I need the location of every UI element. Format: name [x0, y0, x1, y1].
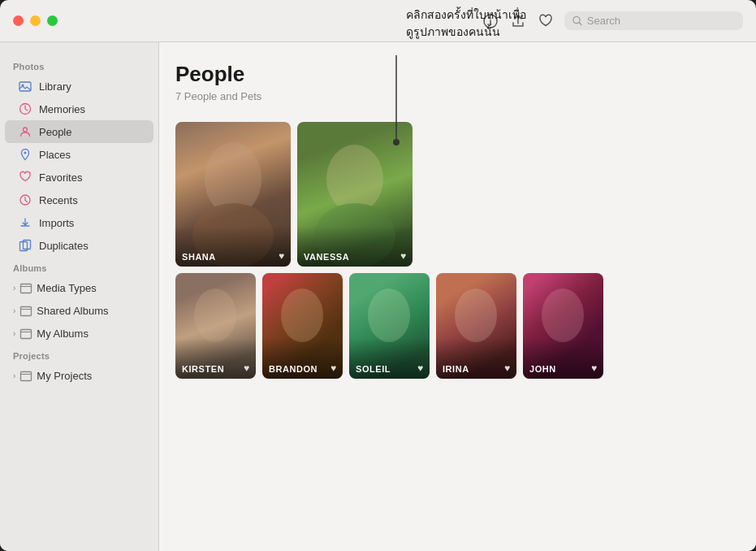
person-card-soleil[interactable]: Soleil ♥	[349, 273, 430, 379]
shared-albums-icon	[19, 303, 33, 318]
favorites-icon	[18, 170, 32, 184]
person-name-shana: SHANA	[182, 252, 216, 262]
media-types-icon	[19, 280, 33, 295]
sidebar-item-imports[interactable]: Imports	[5, 211, 153, 234]
person-name-brandon: Brandon	[269, 364, 318, 374]
title-bar	[0, 0, 756, 42]
my-projects-icon	[19, 368, 33, 383]
svg-point-19	[326, 145, 383, 213]
chevron-icon: ›	[13, 371, 15, 380]
sidebar-group-media-types[interactable]: › Media Types	[5, 276, 153, 299]
person-name-soleil: Soleil	[356, 364, 391, 374]
recents-icon	[18, 193, 32, 207]
person-card-vanessa[interactable]: VANESSA ♥	[297, 122, 413, 267]
sidebar-item-memories-label: Memories	[39, 103, 85, 115]
sidebar-item-places[interactable]: Places	[5, 143, 153, 166]
sidebar-section-albums: Albums	[0, 257, 158, 276]
person-heart-soleil: ♥	[417, 362, 423, 374]
svg-point-8	[24, 128, 28, 132]
person-card-kirsten[interactable]: Kirsten ♥	[175, 273, 256, 379]
sidebar-section-projects: Projects	[0, 345, 158, 364]
svg-rect-16	[21, 372, 32, 381]
share-icon[interactable]	[509, 12, 527, 30]
sidebar-item-memories[interactable]: Memories	[5, 98, 153, 120]
svg-point-21	[194, 289, 236, 342]
page-subtitle: 7 People and Pets	[175, 90, 737, 102]
person-heart-kirsten: ♥	[244, 362, 249, 374]
chevron-icon: ›	[13, 306, 15, 315]
sidebar-item-duplicates-label: Duplicates	[39, 240, 89, 252]
imports-icon	[18, 215, 32, 230]
library-icon	[18, 79, 32, 93]
people-row-1: SHANA ♥ VANESSA ♥	[175, 122, 737, 267]
svg-point-2	[490, 17, 491, 19]
chevron-icon: ›	[13, 284, 15, 293]
person-heart-shana: ♥	[279, 250, 284, 262]
minimize-button[interactable]	[30, 15, 41, 26]
person-card-shana[interactable]: SHANA ♥	[175, 122, 291, 267]
sidebar-item-places-label: Places	[39, 149, 71, 161]
person-card-brandon[interactable]: Brandon ♥	[262, 273, 343, 379]
svg-point-24	[455, 289, 497, 342]
chevron-icon: ›	[13, 329, 15, 338]
svg-point-23	[368, 289, 410, 342]
sidebar-group-my-projects-label: My Projects	[37, 370, 92, 382]
sidebar-group-shared-albums-label: Shared Albums	[37, 305, 108, 317]
maximize-button[interactable]	[47, 15, 58, 26]
svg-point-25	[542, 289, 584, 342]
sidebar-item-library[interactable]: Library	[5, 75, 153, 98]
person-card-irina[interactable]: Irina ♥	[436, 273, 516, 379]
sidebar-group-my-albums[interactable]: › My Albums	[5, 322, 153, 345]
heart-icon[interactable]	[537, 12, 555, 30]
sidebar-group-my-projects[interactable]: › My Projects	[5, 364, 153, 387]
content-area: People 7 People and Pets SHANA ♥	[159, 42, 756, 551]
person-name-kirsten: Kirsten	[182, 364, 224, 374]
sidebar-item-recents-label: Recents	[39, 194, 78, 206]
toolbar-actions	[482, 11, 743, 30]
sidebar-group-my-albums-label: My Albums	[37, 328, 89, 340]
sidebar-item-imports-label: Imports	[39, 217, 74, 229]
person-heart-irina: ♥	[504, 362, 510, 374]
close-button[interactable]	[13, 15, 24, 26]
person-card-john[interactable]: John ♥	[523, 273, 603, 379]
sidebar-section-photos: Photos	[0, 55, 158, 75]
sidebar-item-duplicates[interactable]: Duplicates	[5, 234, 153, 257]
people-icon	[18, 124, 32, 139]
page-title: People	[175, 62, 737, 87]
people-row-2: Kirsten ♥ Brandon ♥	[175, 273, 737, 379]
places-icon	[18, 147, 32, 162]
search-bar[interactable]	[564, 11, 743, 30]
svg-rect-13	[21, 284, 32, 293]
info-icon[interactable]	[482, 12, 499, 30]
duplicates-icon	[18, 238, 32, 253]
sidebar-item-people[interactable]: People	[5, 120, 153, 143]
svg-rect-15	[21, 330, 32, 339]
person-heart-brandon: ♥	[330, 362, 336, 374]
person-name-john: John	[529, 364, 556, 374]
app-body: Photos Library Memories	[0, 42, 756, 551]
person-heart-john: ♥	[591, 362, 597, 374]
sidebar-item-people-label: People	[39, 126, 71, 138]
search-icon	[572, 15, 582, 26]
my-albums-icon	[19, 326, 33, 341]
svg-rect-5	[19, 82, 31, 91]
svg-point-22	[281, 289, 323, 342]
traffic-lights	[13, 15, 58, 26]
person-name-vanessa: VANESSA	[304, 252, 349, 262]
sidebar-item-recents[interactable]: Recents	[5, 189, 153, 211]
svg-line-4	[579, 23, 581, 25]
sidebar: Photos Library Memories	[0, 42, 159, 551]
sidebar-group-media-types-label: Media Types	[37, 282, 96, 294]
svg-point-9	[24, 152, 27, 154]
search-input[interactable]	[587, 15, 735, 27]
person-name-irina: Irina	[443, 364, 469, 374]
sidebar-item-favorites[interactable]: Favorites	[5, 166, 153, 189]
sidebar-item-library-label: Library	[39, 80, 71, 93]
sidebar-item-favorites-label: Favorites	[39, 171, 82, 184]
person-heart-vanessa: ♥	[400, 250, 406, 262]
sidebar-group-shared-albums[interactable]: › Shared Albums	[5, 299, 153, 322]
people-grid: SHANA ♥ VANESSA ♥	[175, 122, 737, 379]
svg-rect-14	[21, 307, 32, 316]
memories-icon	[18, 102, 32, 116]
